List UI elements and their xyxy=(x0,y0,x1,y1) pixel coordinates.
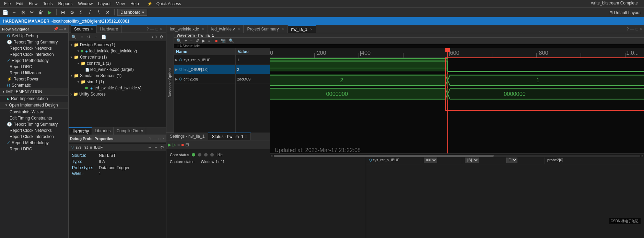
hierarchy-tab[interactable]: Hierarchy xyxy=(69,127,92,135)
tree-xdc-file[interactable]: 📄 led_weinkle.xdc (target) xyxy=(69,66,166,73)
sources-close-btn[interactable]: × xyxy=(160,27,162,32)
tab-led-weinkle-xdc[interactable]: led_weinkle.xdc × xyxy=(166,25,208,33)
wf-camera-btn[interactable]: 📷 xyxy=(220,38,227,44)
tab-hw-ila-1[interactable]: hw_ila_1 × xyxy=(288,25,316,33)
tree-constrs1[interactable]: ▼ 📁 constrs_1 (1) xyxy=(69,60,166,66)
debug-probe-close[interactable]: × xyxy=(162,136,165,141)
tree-led-twinkle-sim[interactable]: ◈ led_twinkle (led_twinkle.v) xyxy=(69,85,166,91)
probe-nav-left[interactable]: ← xyxy=(148,145,152,150)
sources-min-btn[interactable]: — xyxy=(150,27,154,32)
toolbar-copy-btn[interactable]: ⎘ xyxy=(19,9,27,16)
sources-tab[interactable]: Sources × xyxy=(71,25,97,33)
nav-schematic[interactable]: ⟨⟩ Schematic xyxy=(0,82,68,88)
status-stop-btn[interactable]: ■ xyxy=(181,142,184,147)
toolbar-layout-btn[interactable]: ⊞ xyxy=(59,9,67,16)
toolbar-delete-btn[interactable]: 🗑 xyxy=(37,9,45,16)
signal-name-sys-rst[interactable]: ▶ ⬡ sys_rst_n_IBUF xyxy=(174,55,235,65)
nav-report-drc-2[interactable]: Report DRC xyxy=(0,146,68,152)
nav-report-clock-networks-2[interactable]: Report Clock Networks xyxy=(0,127,68,134)
menu-view[interactable]: View xyxy=(113,1,128,6)
flow-nav-pin-btn[interactable]: 📌 xyxy=(54,27,58,31)
signal-name-cnt[interactable]: ▶ ⬡ cnt[25:0] xyxy=(174,74,235,84)
sources-gear-btn[interactable]: ⚙ xyxy=(158,34,165,40)
flow-nav-close-btn[interactable]: × xyxy=(64,27,66,31)
tree-simulation[interactable]: ▼ 📁 Simulation Sources (1) xyxy=(69,73,166,79)
sources-add-btn[interactable]: + xyxy=(93,34,98,40)
wf-play-btn[interactable]: ▶ xyxy=(201,38,206,44)
nav-report-timing[interactable]: 🕐 Report Timing Summary xyxy=(0,39,68,45)
menu-edit[interactable]: Edit xyxy=(13,1,26,6)
nav-report-clock-interaction-2[interactable]: Report Clock Interaction xyxy=(0,134,68,140)
toolbar-x-btn[interactable]: ✕ xyxy=(104,9,112,16)
nav-report-drc[interactable]: Report DRC xyxy=(0,64,68,70)
tree-sim1[interactable]: ▼ 📁 sim_1 (1) xyxy=(69,79,166,85)
status-grid-btn[interactable]: ⊞ xyxy=(185,142,189,147)
wf-close-btn[interactable]: × xyxy=(640,27,642,32)
sources-tab-close[interactable]: × xyxy=(91,27,93,32)
menu-tools[interactable]: Tools xyxy=(40,1,55,6)
sources-file-btn[interactable]: 📄 xyxy=(100,34,108,40)
wf-refresh-btn[interactable]: ↺ xyxy=(195,38,200,44)
nav-report-power[interactable]: ⚡ Report Power xyxy=(0,76,68,82)
wf-plus-btn[interactable]: + xyxy=(184,38,188,44)
menu-flow[interactable]: Flow xyxy=(26,1,40,6)
status-play-btn[interactable]: ▶ xyxy=(168,142,171,147)
sources-help-btn[interactable]: ? xyxy=(147,27,149,32)
toolbar-back-btn[interactable]: ← xyxy=(10,9,18,16)
wf-ff-btn[interactable]: » xyxy=(207,38,212,44)
nav-report-methodology[interactable]: ✓ Report Methodology xyxy=(0,58,68,64)
nav-open-implemented[interactable]: ▼ Open Implemented Design xyxy=(0,102,68,109)
debug-probe-min[interactable]: — xyxy=(153,136,157,141)
menu-help[interactable]: Help xyxy=(128,1,142,6)
wf-zoom2-btn[interactable]: 🔍 xyxy=(228,38,235,44)
toolbar-cut-btn[interactable]: ✂ xyxy=(28,9,36,16)
sources-max-btn[interactable]: □ xyxy=(156,27,158,32)
default-layout[interactable]: ⊞Default Layout xyxy=(609,10,641,15)
toolbar-slash2-btn[interactable]: \ xyxy=(95,9,103,16)
toolbar-slash1-btn[interactable]: / xyxy=(86,9,94,16)
tree-led-twinkle[interactable]: ▼ ◈ led_twinkle (led_twinkle.v) xyxy=(69,48,166,54)
nav-report-timing-2[interactable]: 🕐 Report Timing Summary xyxy=(0,121,68,127)
tab-led-twinkle-v-close[interactable]: × xyxy=(237,27,240,32)
wf-min-btn[interactable]: — xyxy=(630,27,634,32)
wf-scroll-right[interactable]: ▸ xyxy=(642,154,643,158)
menu-file[interactable]: File xyxy=(1,1,13,6)
nav-edit-timing[interactable]: Edit Timing Constraints xyxy=(0,115,68,121)
signal-name-led-obuf[interactable]: ▶ ⬡ led_OBUF[1:0] xyxy=(174,65,235,74)
nav-setup-debug[interactable]: ⚙ Set Up Debug xyxy=(0,33,68,39)
tree-design-sources[interactable]: ▼ 📁 Design Sources (1) xyxy=(69,42,166,48)
trigger-radix-select[interactable]: [B] [H] [D] xyxy=(465,157,479,163)
probe-nav-gear[interactable]: ⚙ xyxy=(160,145,164,150)
nav-implementation-section[interactable]: ▼ IMPLEMENTATION xyxy=(0,88,68,96)
nav-constraints-wizard[interactable]: Constraints Wizard xyxy=(0,109,68,115)
wf-zoom-in-btn[interactable]: 🔍 xyxy=(175,38,183,44)
dashboard-dropdown[interactable]: Dashboard ▾ xyxy=(117,9,147,16)
status-tab[interactable]: Status - hw_ila_1 × xyxy=(208,133,251,140)
menu-window[interactable]: Window xyxy=(75,1,95,6)
tree-utility[interactable]: ▷ 📁 Utility Sources xyxy=(69,91,166,97)
debug-probe-help[interactable]: ? xyxy=(149,136,152,141)
nav-report-utilization[interactable]: Report Utilization xyxy=(0,70,68,76)
quick-access-icon[interactable]: ⚡ Quick Access xyxy=(144,1,187,6)
tree-constraints[interactable]: ▼ 📁 Constraints (1) xyxy=(69,54,166,60)
flow-nav-min-btn[interactable]: — xyxy=(59,27,63,31)
sources-refresh-btn[interactable]: ↺ xyxy=(86,34,92,40)
settings-tab[interactable]: Settings - hw_ila_1 xyxy=(166,133,208,140)
wf-minus-btn[interactable]: − xyxy=(189,38,194,44)
trigger-operator-select[interactable]: == != > < xyxy=(424,157,437,163)
status-play2-btn[interactable]: ▷ xyxy=(173,142,176,147)
tab-hw-ila-1-close[interactable]: × xyxy=(310,27,313,32)
dashboard-options-btn[interactable]: Dashboard Options xyxy=(166,33,174,132)
libraries-tab[interactable]: Libraries xyxy=(92,127,114,135)
toolbar-settings-btn[interactable]: ⚙ xyxy=(68,9,76,16)
status-tab-close[interactable]: × xyxy=(245,134,247,139)
toolbar-sum-btn[interactable]: Σ xyxy=(77,9,85,16)
nav-run-implementation[interactable]: ▶ Run Implementation xyxy=(0,96,68,102)
wf-help-btn[interactable]: ? xyxy=(627,27,629,32)
tab-led-twinkle-v[interactable]: led_twinkle.v × xyxy=(208,25,244,33)
compile-order-tab[interactable]: Compile Order xyxy=(114,127,146,135)
nav-report-clock-networks[interactable]: Report Clock Networks xyxy=(0,45,68,51)
probe-nav-right[interactable]: → xyxy=(154,145,158,150)
sources-filter-btn[interactable]: ≡ xyxy=(79,34,84,40)
wf-scrollbar[interactable]: ◂ ▸ xyxy=(270,153,644,158)
